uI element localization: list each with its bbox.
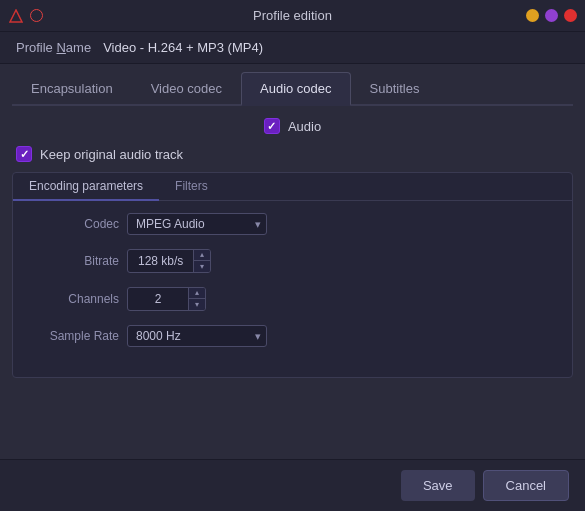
- channels-value: 2: [128, 289, 188, 309]
- window-minimize-btn[interactable]: [30, 9, 43, 22]
- main-content: Encapsulation Video codec Audio codec Su…: [0, 64, 585, 386]
- sample-rate-row: Sample Rate 8000 Hz 11025 Hz 22050 Hz 44…: [29, 325, 556, 347]
- channels-spinbox: 2 ▴ ▾: [127, 287, 206, 311]
- sample-rate-label: Sample Rate: [29, 329, 119, 343]
- window-btn-yellow[interactable]: [526, 9, 539, 22]
- profile-name-row: Profile Name Video - H.264 + MP3 (MP4): [0, 32, 585, 64]
- bitrate-row: Bitrate 128 kb/s ▴ ▾: [29, 249, 556, 273]
- sample-rate-select-wrapper: 8000 Hz 11025 Hz 22050 Hz 44100 Hz 48000…: [127, 325, 267, 347]
- bitrate-label: Bitrate: [29, 254, 119, 268]
- bitrate-arrows: ▴ ▾: [193, 250, 210, 272]
- app-icon: [8, 8, 24, 24]
- tab-video-codec[interactable]: Video codec: [132, 72, 241, 104]
- codec-label: Codec: [29, 217, 119, 231]
- codec-select[interactable]: MPEG Audio AAC MP3 Vorbis FLAC: [127, 213, 267, 235]
- audio-check-row: Audio: [12, 118, 573, 134]
- audio-checkbox-label: Audio: [288, 119, 321, 134]
- profile-name-label: Profile Name: [16, 40, 91, 55]
- channels-up[interactable]: ▴: [189, 288, 205, 299]
- keep-original-label: Keep original audio track: [40, 147, 183, 162]
- channels-down[interactable]: ▾: [189, 299, 205, 310]
- tab-encapsulation[interactable]: Encapsulation: [12, 72, 132, 104]
- channels-arrows: ▴ ▾: [188, 288, 205, 310]
- window-btn-red[interactable]: [564, 9, 577, 22]
- bitrate-up[interactable]: ▴: [194, 250, 210, 261]
- sub-tab-filters[interactable]: Filters: [159, 173, 224, 200]
- codec-row: Codec MPEG Audio AAC MP3 Vorbis FLAC: [29, 213, 556, 235]
- sample-rate-select[interactable]: 8000 Hz 11025 Hz 22050 Hz 44100 Hz 48000…: [127, 325, 267, 347]
- sub-tabs: Encoding parameters Filters: [13, 173, 572, 201]
- window-title: Profile edition: [253, 8, 332, 23]
- bitrate-spinbox: 128 kb/s ▴ ▾: [127, 249, 211, 273]
- profile-name-underline: N: [56, 40, 65, 55]
- bottom-bar: Save Cancel: [0, 459, 585, 511]
- keep-original-audio-row: Keep original audio track: [12, 146, 573, 162]
- main-tabs: Encapsulation Video codec Audio codec Su…: [12, 72, 573, 106]
- audio-checkbox[interactable]: [264, 118, 280, 134]
- profile-name-value: Video - H.264 + MP3 (MP4): [103, 40, 263, 55]
- encoding-panel: Encoding parameters Filters Codec MPEG A…: [12, 172, 573, 378]
- title-bar: Profile edition: [0, 0, 585, 32]
- channels-label: Channels: [29, 292, 119, 306]
- svg-marker-0: [10, 10, 22, 22]
- tab-audio-codec[interactable]: Audio codec: [241, 72, 351, 106]
- bitrate-down[interactable]: ▾: [194, 261, 210, 272]
- cancel-button[interactable]: Cancel: [483, 470, 569, 501]
- bitrate-value: 128 kb/s: [128, 251, 193, 271]
- tab-subtitles[interactable]: Subtitles: [351, 72, 439, 104]
- window-controls-left: [8, 8, 43, 24]
- sub-tab-encoding-params[interactable]: Encoding parameters: [13, 173, 159, 201]
- channels-row: Channels 2 ▴ ▾: [29, 287, 556, 311]
- keep-original-checkbox[interactable]: [16, 146, 32, 162]
- window-controls-right: [526, 9, 577, 22]
- codec-select-wrapper: MPEG Audio AAC MP3 Vorbis FLAC: [127, 213, 267, 235]
- save-button[interactable]: Save: [401, 470, 475, 501]
- window-btn-purple[interactable]: [545, 9, 558, 22]
- params-body: Codec MPEG Audio AAC MP3 Vorbis FLAC Bit…: [13, 201, 572, 377]
